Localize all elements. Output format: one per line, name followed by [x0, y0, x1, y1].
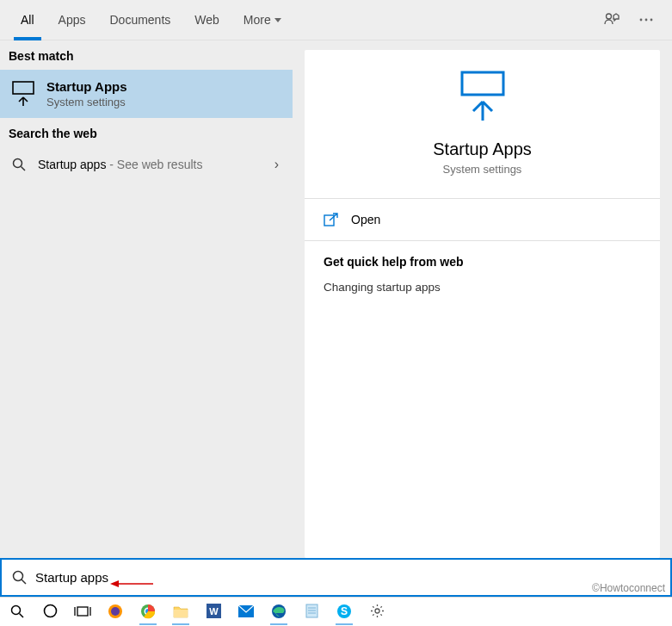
ellipsis-icon: [638, 12, 654, 28]
svg-rect-6: [462, 72, 503, 95]
help-heading: Get quick help from web: [324, 255, 641, 269]
taskbar-taskview[interactable]: [72, 601, 93, 622]
svg-text:S: S: [341, 605, 348, 617]
feedback-button[interactable]: [595, 3, 629, 37]
taskbar-settings[interactable]: [367, 601, 387, 622]
taskview-icon: [74, 605, 91, 617]
web-suffix: - See web results: [106, 158, 202, 171]
svg-rect-13: [77, 607, 88, 616]
search-web-heading: Search the web: [0, 118, 293, 147]
taskbar-search[interactable]: [7, 601, 28, 622]
open-action[interactable]: Open: [305, 199, 660, 241]
web-result-text: Startup apps - See web results: [38, 158, 264, 171]
svg-rect-4: [13, 82, 34, 94]
search-filter-tabs: All Apps Documents Web More: [0, 0, 672, 40]
gear-icon: [370, 604, 385, 618]
feedback-icon: [603, 11, 620, 28]
web-result[interactable]: Startup apps - See web results ›: [0, 147, 293, 182]
search-icon: [12, 570, 27, 585]
svg-point-1: [640, 19, 643, 22]
help-link-changing-startup[interactable]: Changing startup apps: [324, 281, 641, 294]
svg-rect-21: [174, 610, 188, 617]
results-panel: Best match Startup Apps System settings …: [0, 40, 293, 558]
search-box[interactable]: [0, 558, 672, 597]
startup-apps-icon-large: [459, 69, 507, 127]
skype-icon: S: [336, 604, 352, 619]
taskbar: W S: [0, 597, 672, 624]
taskbar-chrome[interactable]: [138, 601, 158, 622]
preview-panel: Startup Apps System settings Open Get qu…: [305, 50, 660, 558]
options-button[interactable]: [629, 3, 663, 37]
taskbar-mail[interactable]: [236, 601, 256, 622]
tab-documents[interactable]: Documents: [97, 0, 182, 40]
svg-point-17: [111, 607, 120, 616]
open-label: Open: [351, 213, 380, 226]
web-query: Startup apps: [38, 158, 106, 171]
cortana-icon: [43, 604, 58, 618]
chrome-icon: [140, 604, 156, 619]
best-match-heading: Best match: [0, 40, 293, 70]
taskbar-word[interactable]: W: [203, 601, 224, 622]
svg-rect-7: [324, 215, 334, 226]
svg-point-12: [44, 605, 56, 617]
firefox-icon: [108, 604, 123, 619]
watermark: ©Howtoconnect: [592, 582, 665, 594]
tab-web[interactable]: Web: [182, 0, 231, 40]
result-title: Startup Apps: [46, 79, 282, 94]
best-match-result[interactable]: Startup Apps System settings: [0, 70, 293, 118]
mail-icon: [238, 605, 254, 617]
svg-point-3: [650, 19, 653, 22]
result-subtitle: System settings: [46, 96, 282, 108]
svg-point-2: [645, 19, 648, 22]
taskbar-cortana[interactable]: [40, 601, 60, 622]
folder-icon: [173, 604, 188, 618]
preview-title: Startup Apps: [433, 139, 532, 159]
open-icon: [324, 213, 339, 226]
preview-subtitle: System settings: [443, 163, 522, 176]
tab-more[interactable]: More: [231, 0, 293, 40]
svg-point-5: [14, 159, 22, 168]
edge-icon: [271, 604, 287, 619]
svg-point-8: [14, 572, 23, 581]
svg-text:W: W: [209, 606, 219, 617]
word-icon: W: [207, 604, 221, 618]
search-icon: [10, 604, 24, 618]
taskbar-firefox[interactable]: [105, 601, 126, 622]
taskbar-notepad[interactable]: [301, 601, 322, 622]
tab-all[interactable]: All: [9, 0, 46, 40]
taskbar-edge[interactable]: [268, 601, 289, 622]
tab-more-label: More: [244, 13, 271, 27]
chevron-down-icon: [274, 18, 281, 22]
annotation-arrow-icon: [110, 578, 153, 590]
taskbar-explorer[interactable]: [170, 601, 191, 622]
svg-point-32: [375, 609, 379, 613]
svg-point-11: [12, 605, 21, 614]
chevron-right-icon: ›: [274, 157, 279, 172]
startup-apps-icon: [10, 78, 36, 109]
tab-apps[interactable]: Apps: [46, 0, 98, 40]
notepad-icon: [305, 604, 318, 618]
svg-point-0: [607, 14, 612, 19]
svg-marker-10: [110, 580, 119, 587]
taskbar-skype[interactable]: S: [334, 601, 354, 622]
search-icon: [10, 156, 28, 173]
